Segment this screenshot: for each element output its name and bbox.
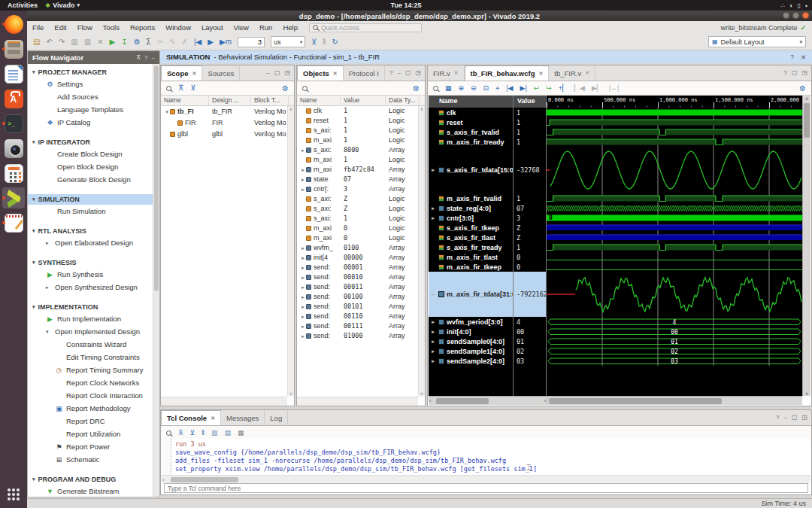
- zoom-fit-icon[interactable]: ⊡: [483, 85, 489, 92]
- objects-row[interactable]: s_axi:1Logic: [297, 126, 418, 135]
- menu-flow[interactable]: Flow: [72, 23, 98, 32]
- objects-row[interactable]: ▸state07Array: [297, 175, 418, 184]
- objects-row[interactable]: ▸send:01000Array: [297, 331, 418, 341]
- signal-name-row[interactable]: m_axis_fir_tkeep: [429, 262, 513, 272]
- signal-value[interactable]: -7922162: [514, 272, 546, 317]
- panel-button[interactable]: ?: [776, 414, 779, 421]
- wave-timeline[interactable]: 0.000 ns500.000 ns1,000.000 ns1,500.000 …: [547, 96, 802, 108]
- objects-tab-protocol-i[interactable]: Protocol I: [344, 65, 385, 81]
- wave-name-column-header[interactable]: Name: [429, 96, 514, 108]
- scope-tab-scope[interactable]: Scope✕: [161, 65, 202, 81]
- objects-row[interactable]: ▸m_axifb472c84Array: [297, 165, 418, 175]
- signal-name-row[interactable]: reset: [429, 117, 513, 127]
- flow-item-report-drc[interactable]: Report DRC: [28, 415, 153, 427]
- redo-wave-icon[interactable]: ↪: [546, 85, 552, 92]
- expand-icon[interactable]: ⊻: [190, 430, 195, 437]
- title-bar[interactable]: dsp_demo - [/home/parallels/dsp_demo/dsp…: [27, 11, 812, 21]
- tcl-tab-messages[interactable]: Messages: [221, 410, 265, 425]
- signal-value[interactable]: 07: [514, 203, 546, 213]
- signal-value[interactable]: 1: [514, 193, 546, 203]
- signal-name-row[interactable]: ▸sendSample0[4:0]: [429, 336, 513, 346]
- panel-button[interactable]: ?: [389, 69, 392, 76]
- signal-value[interactable]: 00: [514, 327, 546, 336]
- signal-name-row[interactable]: m_axis_fir_tlast: [429, 252, 513, 262]
- menu-file[interactable]: File: [27, 23, 49, 32]
- flow-navigator-scrollbar[interactable]: [153, 64, 159, 497]
- search-icon[interactable]: [166, 430, 171, 436]
- panel-button[interactable]: ✕: [801, 53, 806, 61]
- panel-button[interactable]: ▢: [792, 69, 798, 76]
- camera-launcher[interactable]: [2, 138, 25, 159]
- menu-edit[interactable]: Edit: [49, 23, 71, 32]
- paste-icon[interactable]: ▥: [84, 38, 91, 46]
- signal-value[interactable]: 1: [514, 137, 546, 147]
- close-icon[interactable]: ✕: [192, 71, 197, 77]
- flow-item-report-clock-interaction[interactable]: Report Clock Interaction: [28, 389, 153, 402]
- flow-item-report-methodology[interactable]: ▣Report Methodology: [28, 402, 153, 415]
- settings-gear-icon[interactable]: ⚙: [134, 38, 141, 46]
- notes-launcher[interactable]: [2, 212, 25, 233]
- break-icon[interactable]: ‖: [323, 38, 326, 46]
- column-header-name[interactable]: Name: [161, 96, 209, 105]
- signal-value[interactable]: 0: [514, 252, 546, 262]
- signal-value[interactable]: 03: [514, 356, 546, 366]
- wave-value-column-header[interactable]: Value: [514, 96, 547, 108]
- flow-item-open-block-design[interactable]: Open Block Design: [28, 160, 153, 173]
- panel-button[interactable]: ◳: [801, 69, 807, 76]
- objects-row[interactable]: m_axi0Logic: [297, 224, 418, 233]
- menu-window[interactable]: Window: [160, 23, 196, 32]
- signal-value[interactable]: 01: [514, 336, 546, 346]
- column-header-dataty[interactable]: Data Ty...: [386, 96, 420, 105]
- panel-button[interactable]: –: [783, 414, 786, 421]
- column-header-design[interactable]: Design ...: [209, 96, 251, 105]
- signal-name-row[interactable]: m_axis_fir_tready: [429, 137, 513, 147]
- open-folder-icon[interactable]: ▤: [33, 38, 40, 46]
- signal-name-row[interactable]: m_axis_fir_tvalid: [429, 193, 513, 203]
- signal-name-row[interactable]: ▸m_axis_fir_tdata[31:0]: [429, 272, 513, 317]
- layout-select[interactable]: ▦ Default Layout ▾: [708, 36, 806, 47]
- calculator-launcher[interactable]: [2, 163, 25, 184]
- panel-button[interactable]: ?: [790, 53, 794, 61]
- signal-name-row[interactable]: ▸state_reg[4:0]: [429, 203, 513, 213]
- cut-icon[interactable]: ✂: [157, 38, 163, 46]
- objects-row[interactable]: ▸send:00111Array: [297, 321, 418, 331]
- panel-button[interactable]: –: [397, 69, 400, 76]
- files-launcher[interactable]: [2, 38, 25, 59]
- prev-marker-icon[interactable]: ▏◀: [574, 85, 585, 92]
- scope-row[interactable]: glblglblVerilog Mo: [161, 129, 287, 140]
- panel-button[interactable]: ?: [783, 69, 786, 76]
- panel-button[interactable]: ⊼: [136, 54, 141, 61]
- signal-name-row[interactable]: s_axis_fir_tlast: [429, 233, 513, 242]
- expand-all-icon[interactable]: ⊻: [190, 84, 195, 92]
- save-icon[interactable]: ▦: [445, 85, 452, 92]
- flow-item-language-templates[interactable]: Language Templates: [28, 103, 153, 116]
- objects-row[interactable]: s_axi:ZLogic: [297, 204, 418, 214]
- wave-names-hscrollbar[interactable]: ‹›: [429, 397, 547, 405]
- objects-row[interactable]: ▸send:00001Array: [297, 263, 418, 272]
- show-applications-launcher[interactable]: [2, 484, 25, 505]
- signal-value[interactable]: 0: [514, 262, 546, 272]
- signal-name-row[interactable]: s_axis_fir_tready: [429, 242, 513, 252]
- zoom-cursor-icon[interactable]: ⌖: [495, 85, 499, 92]
- next-marker-icon[interactable]: ▶▏: [592, 85, 602, 92]
- objects-row[interactable]: m_axi0Logic: [297, 233, 418, 243]
- menu-tools[interactable]: Tools: [98, 23, 125, 32]
- volume-icon[interactable]: ◖: [789, 2, 793, 9]
- panel-button[interactable]: ?: [144, 54, 147, 61]
- flow-item-schematic[interactable]: ⊞Schematic: [28, 453, 153, 466]
- terminal-launcher[interactable]: [2, 113, 25, 134]
- wave-plot-area[interactable]: 0400010203: [547, 108, 802, 396]
- firefox-launcher[interactable]: [2, 14, 25, 35]
- flow-item-run-simulation[interactable]: Run Simulation: [28, 205, 153, 217]
- maximize-button[interactable]: [792, 12, 799, 19]
- flow-section-project-manager[interactable]: ▾PROJECT MANAGER: [28, 67, 153, 78]
- menu-reports[interactable]: Reports: [125, 23, 160, 32]
- add-marker-icon[interactable]: +▏: [559, 85, 568, 92]
- objects-tab-objects[interactable]: Objects✕: [297, 65, 344, 81]
- objects-row[interactable]: m_axi1Logic: [297, 155, 418, 165]
- signal-name-row[interactable]: ▸sendSample1[4:0]: [429, 346, 513, 356]
- libreoffice-writer-launcher[interactable]: [2, 63, 25, 84]
- delete-icon[interactable]: ✕: [97, 38, 103, 46]
- objects-row[interactable]: ▸send:00011Array: [297, 282, 418, 292]
- collapse-all-icon[interactable]: ⊼: [178, 84, 183, 92]
